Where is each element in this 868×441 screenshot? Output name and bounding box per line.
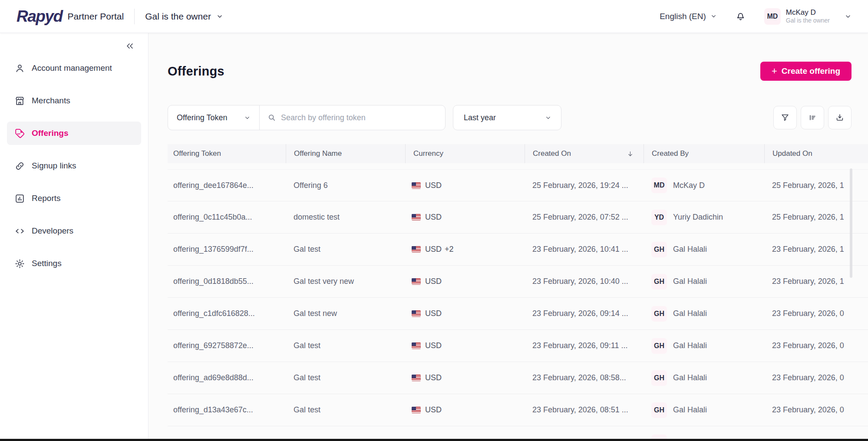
plus-icon: + — [772, 66, 777, 76]
cell-offering-name: domestic test — [286, 213, 405, 222]
column-header-created-on[interactable]: Created On — [525, 144, 644, 163]
cell-created-on: 23 February, 2026, 08:58... — [525, 373, 644, 382]
create-offering-button[interactable]: + Create offering — [760, 62, 851, 81]
updated-on-text: 23 February, 2026, 0 — [772, 405, 844, 415]
offering-name-text: Gal test new — [294, 309, 337, 318]
sidebar-item-account-management[interactable]: Account management — [7, 56, 141, 80]
main-content: Offerings + Create offering Offering Tok… — [149, 33, 868, 441]
sidebar-nav: Account management Merchants Offerings — [7, 56, 141, 284]
table-row[interactable]: offering_dee167864e... Offering 6 USD 25… — [168, 169, 868, 201]
cell-created-on: 23 February, 2026, 09:14 ... — [525, 309, 644, 318]
creator-avatar: GH — [651, 274, 667, 290]
table-row[interactable]: offering_ad69e8d88d... Gal test USD 23 F… — [168, 362, 868, 394]
table-row[interactable]: offering_0c11c45b0a... domestic test USD… — [168, 201, 868, 234]
column-header-created-by[interactable]: Created By — [644, 144, 764, 163]
cell-updated-on: 23 February, 2026, 0 — [764, 341, 868, 350]
offering-token-text: offering_dee167864e... — [173, 181, 254, 190]
offering-name-text: Gal test — [294, 245, 320, 254]
gear-icon — [14, 258, 25, 269]
sidebar-item-settings[interactable]: Settings — [7, 252, 141, 275]
table-row[interactable]: offering_0d1818db55... Gal test very new… — [168, 266, 868, 298]
currency-text: USD — [425, 277, 442, 286]
us-flag-icon — [412, 246, 421, 253]
user-menu[interactable]: MD McKay D Gal is the owner — [764, 8, 851, 25]
created-by-text: Gal Halali — [673, 309, 707, 318]
rapyd-logo: Rapyd — [17, 8, 63, 24]
language-selector[interactable]: English (EN) — [660, 12, 717, 21]
search-combo: Offering Token — [168, 105, 446, 130]
creator-avatar: MD — [651, 178, 667, 193]
table-body: offering_dee167864e... Offering 6 USD 25… — [168, 169, 868, 441]
chevron-down-icon — [845, 13, 851, 20]
currency-text: USD — [425, 213, 442, 222]
cell-created-by: GH Gal Halali — [644, 370, 764, 386]
cell-updated-on: 23 February, 2026, 0 — [764, 373, 868, 382]
cell-created-by: GH Gal Halali — [644, 274, 764, 290]
sidebar-item-label: Signup links — [32, 161, 76, 171]
cell-currency: USD — [405, 373, 525, 382]
cell-offering-token: offering_c1dfc616828... — [168, 309, 286, 318]
offering-token-text: offering_d13a43e67c... — [173, 405, 253, 415]
created-by-text: Gal Halali — [673, 405, 707, 415]
funnel-filter-icon — [780, 113, 790, 122]
cell-offering-name: Gal test — [286, 341, 405, 350]
updated-on-text: 25 February, 2026, 1 — [772, 213, 844, 222]
sidebar-item-signup-links[interactable]: Signup links — [7, 154, 141, 178]
currency-text: USD — [425, 181, 442, 190]
cell-updated-on: 25 February, 2026, 1 — [764, 181, 868, 190]
vertical-scrollbar-thumb[interactable] — [850, 168, 852, 278]
search-input[interactable] — [281, 113, 437, 122]
sidebar-item-label: Reports — [32, 194, 61, 203]
table-row[interactable]: offering_c1dfc616828... Gal test new USD… — [168, 298, 868, 330]
offering-token-text: offering_ad69e8d88d... — [173, 373, 254, 382]
sidebar-item-reports[interactable]: Reports — [7, 187, 141, 210]
table-row[interactable]: offering_1376599df7f... Gal test USD +2 … — [168, 234, 868, 266]
product-name: Partner Portal — [68, 11, 124, 22]
user-subtitle: Gal is the owner — [786, 17, 830, 25]
download-button[interactable] — [828, 106, 851, 129]
user-avatar: MD — [764, 8, 781, 25]
us-flag-icon — [412, 342, 421, 349]
created-on-text: 23 February, 2026, 09:11 ... — [532, 341, 627, 350]
sidebar-item-merchants[interactable]: Merchants — [7, 89, 141, 112]
table-row[interactable]: offering_d13a43e67c... Gal test USD 23 F… — [168, 394, 868, 426]
search-field-selector[interactable]: Offering Token — [168, 105, 260, 130]
offering-name-text: Offering 6 — [294, 181, 328, 190]
cell-currency: USD — [405, 213, 525, 222]
offering-name-text: domestic test — [294, 213, 340, 222]
column-header-currency[interactable]: Currency — [405, 144, 525, 163]
creator-avatar: GH — [651, 306, 667, 322]
sort-desc-arrow-icon[interactable] — [627, 150, 634, 158]
us-flag-icon — [412, 214, 421, 220]
created-by-text: Yuriy Dadichin — [673, 213, 723, 222]
cell-offering-name: Offering 6 — [286, 181, 405, 190]
sort-button[interactable] — [801, 106, 824, 129]
currency-text: USD — [425, 309, 442, 318]
created-by-text: Gal Halali — [673, 373, 707, 382]
offering-name-text: Gal test very new — [294, 277, 354, 286]
column-header-offering-name[interactable]: Offering Name — [286, 144, 405, 163]
table-row[interactable]: offering_692758872e... Gal test USD 23 F… — [168, 330, 868, 362]
sidebar-item-offerings[interactable]: Offerings — [7, 122, 141, 145]
org-selector[interactable]: Gal is the owner — [145, 11, 223, 22]
filter-button[interactable] — [773, 106, 797, 129]
updated-on-text: 25 February, 2026, 1 — [772, 181, 844, 190]
link-icon — [14, 161, 25, 171]
code-icon — [14, 226, 25, 237]
download-tray-icon — [835, 113, 845, 122]
date-range-selector[interactable]: Last year — [453, 105, 561, 130]
offering-name-text: Gal test — [294, 405, 320, 415]
chevron-down-icon — [545, 115, 551, 121]
cell-currency: USD — [405, 405, 525, 415]
currency-extra-text: +2 — [445, 245, 454, 254]
search-segment — [260, 105, 445, 130]
sidebar-item-developers[interactable]: Developers — [7, 219, 141, 243]
cell-created-on: 23 February, 2026, 10:41 ... — [525, 245, 644, 254]
column-header-updated-on[interactable]: Updated On — [764, 144, 868, 163]
sidebar-collapse-button[interactable] — [125, 41, 135, 51]
notifications-bell-icon[interactable] — [735, 11, 746, 22]
language-label: English (EN) — [660, 12, 706, 21]
cell-currency: USD — [405, 277, 525, 286]
column-header-label: Created On — [533, 149, 571, 158]
column-header-offering-token[interactable]: Offering Token — [168, 144, 286, 163]
